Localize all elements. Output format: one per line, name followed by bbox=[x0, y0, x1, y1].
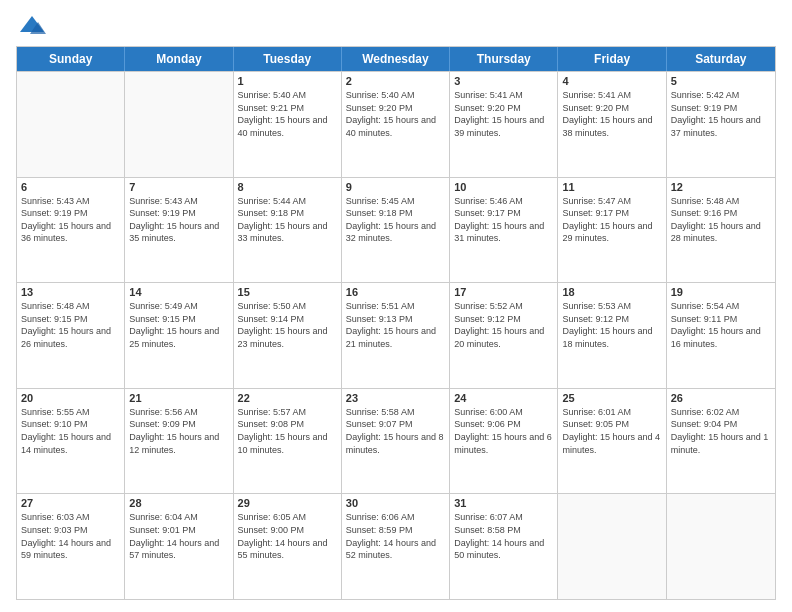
header bbox=[16, 12, 776, 40]
day-info: Sunrise: 6:02 AM Sunset: 9:04 PM Dayligh… bbox=[671, 406, 771, 456]
day-info: Sunrise: 5:44 AM Sunset: 9:18 PM Dayligh… bbox=[238, 195, 337, 245]
day-info: Sunrise: 5:55 AM Sunset: 9:10 PM Dayligh… bbox=[21, 406, 120, 456]
day-number: 31 bbox=[454, 497, 553, 509]
day-number: 10 bbox=[454, 181, 553, 193]
calendar-cell: 30Sunrise: 6:06 AM Sunset: 8:59 PM Dayli… bbox=[342, 494, 450, 599]
day-number: 21 bbox=[129, 392, 228, 404]
day-info: Sunrise: 5:56 AM Sunset: 9:09 PM Dayligh… bbox=[129, 406, 228, 456]
weekday-header-monday: Monday bbox=[125, 47, 233, 71]
calendar-cell: 20Sunrise: 5:55 AM Sunset: 9:10 PM Dayli… bbox=[17, 389, 125, 494]
day-number: 1 bbox=[238, 75, 337, 87]
calendar-row-1: 6Sunrise: 5:43 AM Sunset: 9:19 PM Daylig… bbox=[17, 177, 775, 283]
day-info: Sunrise: 5:53 AM Sunset: 9:12 PM Dayligh… bbox=[562, 300, 661, 350]
day-info: Sunrise: 6:04 AM Sunset: 9:01 PM Dayligh… bbox=[129, 511, 228, 561]
day-number: 3 bbox=[454, 75, 553, 87]
calendar-row-4: 27Sunrise: 6:03 AM Sunset: 9:03 PM Dayli… bbox=[17, 493, 775, 599]
day-number: 24 bbox=[454, 392, 553, 404]
day-number: 11 bbox=[562, 181, 661, 193]
calendar-row-3: 20Sunrise: 5:55 AM Sunset: 9:10 PM Dayli… bbox=[17, 388, 775, 494]
calendar-cell: 5Sunrise: 5:42 AM Sunset: 9:19 PM Daylig… bbox=[667, 72, 775, 177]
day-info: Sunrise: 6:07 AM Sunset: 8:58 PM Dayligh… bbox=[454, 511, 553, 561]
day-number: 14 bbox=[129, 286, 228, 298]
calendar-cell: 4Sunrise: 5:41 AM Sunset: 9:20 PM Daylig… bbox=[558, 72, 666, 177]
day-info: Sunrise: 5:45 AM Sunset: 9:18 PM Dayligh… bbox=[346, 195, 445, 245]
day-info: Sunrise: 5:54 AM Sunset: 9:11 PM Dayligh… bbox=[671, 300, 771, 350]
day-number: 2 bbox=[346, 75, 445, 87]
weekday-header-wednesday: Wednesday bbox=[342, 47, 450, 71]
calendar-cell: 26Sunrise: 6:02 AM Sunset: 9:04 PM Dayli… bbox=[667, 389, 775, 494]
calendar-header: SundayMondayTuesdayWednesdayThursdayFrid… bbox=[17, 47, 775, 71]
day-info: Sunrise: 6:05 AM Sunset: 9:00 PM Dayligh… bbox=[238, 511, 337, 561]
day-number: 19 bbox=[671, 286, 771, 298]
weekday-header-tuesday: Tuesday bbox=[234, 47, 342, 71]
calendar-cell: 13Sunrise: 5:48 AM Sunset: 9:15 PM Dayli… bbox=[17, 283, 125, 388]
day-number: 5 bbox=[671, 75, 771, 87]
weekday-header-friday: Friday bbox=[558, 47, 666, 71]
calendar-cell: 17Sunrise: 5:52 AM Sunset: 9:12 PM Dayli… bbox=[450, 283, 558, 388]
calendar-cell: 23Sunrise: 5:58 AM Sunset: 9:07 PM Dayli… bbox=[342, 389, 450, 494]
day-number: 26 bbox=[671, 392, 771, 404]
day-number: 29 bbox=[238, 497, 337, 509]
day-number: 27 bbox=[21, 497, 120, 509]
calendar-cell: 7Sunrise: 5:43 AM Sunset: 9:19 PM Daylig… bbox=[125, 178, 233, 283]
day-info: Sunrise: 6:06 AM Sunset: 8:59 PM Dayligh… bbox=[346, 511, 445, 561]
day-info: Sunrise: 5:46 AM Sunset: 9:17 PM Dayligh… bbox=[454, 195, 553, 245]
day-number: 7 bbox=[129, 181, 228, 193]
calendar-cell bbox=[558, 494, 666, 599]
day-number: 9 bbox=[346, 181, 445, 193]
day-info: Sunrise: 5:43 AM Sunset: 9:19 PM Dayligh… bbox=[21, 195, 120, 245]
calendar-cell: 2Sunrise: 5:40 AM Sunset: 9:20 PM Daylig… bbox=[342, 72, 450, 177]
day-info: Sunrise: 5:40 AM Sunset: 9:20 PM Dayligh… bbox=[346, 89, 445, 139]
day-info: Sunrise: 5:43 AM Sunset: 9:19 PM Dayligh… bbox=[129, 195, 228, 245]
calendar-body: 1Sunrise: 5:40 AM Sunset: 9:21 PM Daylig… bbox=[17, 71, 775, 599]
day-number: 23 bbox=[346, 392, 445, 404]
day-number: 4 bbox=[562, 75, 661, 87]
day-info: Sunrise: 5:52 AM Sunset: 9:12 PM Dayligh… bbox=[454, 300, 553, 350]
calendar-cell bbox=[17, 72, 125, 177]
day-info: Sunrise: 5:57 AM Sunset: 9:08 PM Dayligh… bbox=[238, 406, 337, 456]
day-number: 30 bbox=[346, 497, 445, 509]
day-info: Sunrise: 5:42 AM Sunset: 9:19 PM Dayligh… bbox=[671, 89, 771, 139]
calendar-cell: 15Sunrise: 5:50 AM Sunset: 9:14 PM Dayli… bbox=[234, 283, 342, 388]
weekday-header-saturday: Saturday bbox=[667, 47, 775, 71]
calendar-cell: 19Sunrise: 5:54 AM Sunset: 9:11 PM Dayli… bbox=[667, 283, 775, 388]
page: SundayMondayTuesdayWednesdayThursdayFrid… bbox=[0, 0, 792, 612]
day-number: 12 bbox=[671, 181, 771, 193]
day-number: 16 bbox=[346, 286, 445, 298]
logo-icon bbox=[18, 12, 46, 40]
calendar-cell: 3Sunrise: 5:41 AM Sunset: 9:20 PM Daylig… bbox=[450, 72, 558, 177]
calendar: SundayMondayTuesdayWednesdayThursdayFrid… bbox=[16, 46, 776, 600]
day-info: Sunrise: 5:58 AM Sunset: 9:07 PM Dayligh… bbox=[346, 406, 445, 456]
day-info: Sunrise: 5:50 AM Sunset: 9:14 PM Dayligh… bbox=[238, 300, 337, 350]
weekday-header-thursday: Thursday bbox=[450, 47, 558, 71]
calendar-row-0: 1Sunrise: 5:40 AM Sunset: 9:21 PM Daylig… bbox=[17, 71, 775, 177]
day-number: 25 bbox=[562, 392, 661, 404]
day-info: Sunrise: 5:48 AM Sunset: 9:16 PM Dayligh… bbox=[671, 195, 771, 245]
calendar-cell: 24Sunrise: 6:00 AM Sunset: 9:06 PM Dayli… bbox=[450, 389, 558, 494]
day-number: 15 bbox=[238, 286, 337, 298]
day-info: Sunrise: 5:47 AM Sunset: 9:17 PM Dayligh… bbox=[562, 195, 661, 245]
calendar-cell: 27Sunrise: 6:03 AM Sunset: 9:03 PM Dayli… bbox=[17, 494, 125, 599]
day-number: 17 bbox=[454, 286, 553, 298]
day-number: 13 bbox=[21, 286, 120, 298]
calendar-cell: 10Sunrise: 5:46 AM Sunset: 9:17 PM Dayli… bbox=[450, 178, 558, 283]
day-info: Sunrise: 5:40 AM Sunset: 9:21 PM Dayligh… bbox=[238, 89, 337, 139]
calendar-row-2: 13Sunrise: 5:48 AM Sunset: 9:15 PM Dayli… bbox=[17, 282, 775, 388]
calendar-cell: 8Sunrise: 5:44 AM Sunset: 9:18 PM Daylig… bbox=[234, 178, 342, 283]
day-number: 28 bbox=[129, 497, 228, 509]
calendar-cell: 21Sunrise: 5:56 AM Sunset: 9:09 PM Dayli… bbox=[125, 389, 233, 494]
calendar-cell: 28Sunrise: 6:04 AM Sunset: 9:01 PM Dayli… bbox=[125, 494, 233, 599]
day-info: Sunrise: 5:48 AM Sunset: 9:15 PM Dayligh… bbox=[21, 300, 120, 350]
calendar-cell: 14Sunrise: 5:49 AM Sunset: 9:15 PM Dayli… bbox=[125, 283, 233, 388]
calendar-cell: 16Sunrise: 5:51 AM Sunset: 9:13 PM Dayli… bbox=[342, 283, 450, 388]
day-info: Sunrise: 5:41 AM Sunset: 9:20 PM Dayligh… bbox=[562, 89, 661, 139]
calendar-cell: 31Sunrise: 6:07 AM Sunset: 8:58 PM Dayli… bbox=[450, 494, 558, 599]
calendar-cell: 25Sunrise: 6:01 AM Sunset: 9:05 PM Dayli… bbox=[558, 389, 666, 494]
day-info: Sunrise: 6:03 AM Sunset: 9:03 PM Dayligh… bbox=[21, 511, 120, 561]
day-info: Sunrise: 5:51 AM Sunset: 9:13 PM Dayligh… bbox=[346, 300, 445, 350]
calendar-cell: 1Sunrise: 5:40 AM Sunset: 9:21 PM Daylig… bbox=[234, 72, 342, 177]
day-number: 18 bbox=[562, 286, 661, 298]
calendar-cell: 6Sunrise: 5:43 AM Sunset: 9:19 PM Daylig… bbox=[17, 178, 125, 283]
weekday-header-sunday: Sunday bbox=[17, 47, 125, 71]
calendar-cell: 22Sunrise: 5:57 AM Sunset: 9:08 PM Dayli… bbox=[234, 389, 342, 494]
